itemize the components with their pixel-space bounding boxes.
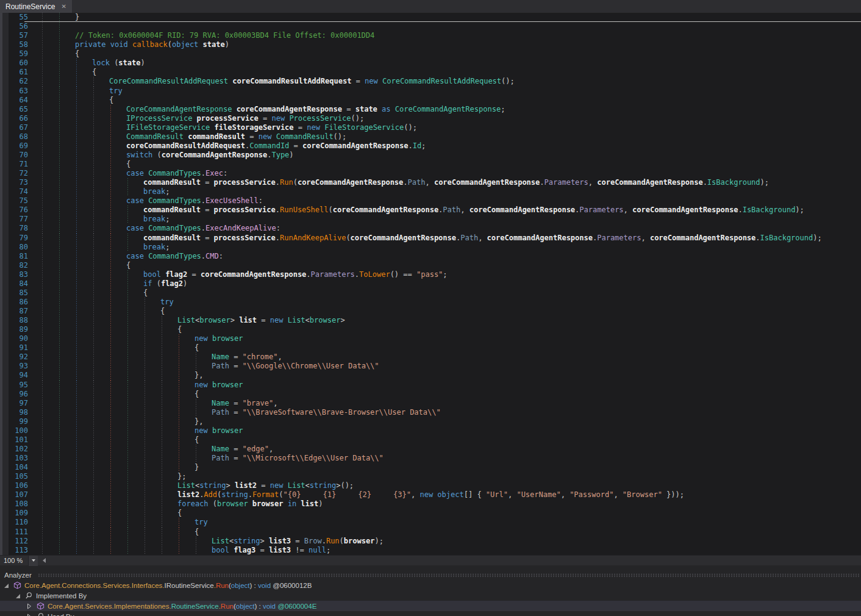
code-line[interactable]: 55}	[0, 13, 861, 22]
code-line[interactable]: 105};	[0, 472, 861, 481]
code-line[interactable]: 86try	[0, 298, 861, 307]
indent-guide	[93, 334, 94, 343]
indent-guide	[59, 279, 60, 288]
indent-guide	[76, 68, 77, 77]
scroll-left-arrow-icon[interactable]	[43, 558, 46, 563]
code-line[interactable]: 57// Token: 0x0600004F RID: 79 RVA: 0x00…	[0, 31, 861, 40]
code-line[interactable]: 74break;	[0, 187, 861, 196]
code-line[interactable]: 80break;	[0, 243, 861, 252]
code-line[interactable]: 83bool flag2 = coreCommandAgentResponse.…	[0, 270, 861, 279]
code-line[interactable]: 76commandResult = processService.RunUseS…	[0, 206, 861, 215]
code-line[interactable]: 90new browser	[0, 334, 861, 343]
code-line[interactable]: 96{	[0, 390, 861, 399]
indent-guide	[179, 343, 179, 353]
code-line[interactable]: 107list2.Add(string.Format("{0} {1} {2} …	[0, 490, 861, 500]
code-line[interactable]: 91{	[0, 343, 861, 353]
code-line[interactable]: 106List<string> list2 = new List<string>…	[0, 481, 861, 490]
code-line[interactable]: 58private void callback(object state)	[0, 40, 861, 49]
code-line[interactable]: 56	[0, 22, 861, 31]
indent-guide	[162, 390, 162, 399]
code-line[interactable]: 109{	[0, 509, 861, 518]
code-line[interactable]: 82{	[0, 261, 861, 270]
indent-guide	[93, 151, 94, 160]
code-line[interactable]: 113bool flag3 = list3 != null;	[0, 546, 861, 555]
code-line[interactable]: 60lock (state)	[0, 59, 861, 68]
analyzer-tree-row[interactable]: Implemented By	[0, 590, 861, 601]
indent-guide	[76, 371, 77, 380]
expander-expanded-icon[interactable]	[3, 582, 9, 589]
code-line[interactable]: 93Path = "\\Google\\Chrome\\User Data\\"	[0, 362, 861, 371]
indent-guide	[93, 362, 94, 371]
code-editor[interactable]: 55}5657// Token: 0x0600004F RID: 79 RVA:…	[0, 13, 861, 555]
code-line[interactable]: 66IProcessService processService = new P…	[0, 114, 861, 123]
zoom-dropdown-button[interactable]	[28, 556, 38, 566]
indent-guide	[76, 500, 77, 509]
tab-close-icon[interactable]: ✕	[61, 4, 66, 10]
decompiler-window: RoutineService ✕ 55}5657// Token: 0x0600…	[0, 0, 861, 616]
code-line[interactable]: 98Path = "\\BraveSoftware\\Brave-Browser…	[0, 408, 861, 417]
code-line[interactable]: 111{	[0, 528, 861, 537]
code-line[interactable]: 103Path = "\\Microsoft\\Edge\\User Data\…	[0, 454, 861, 463]
code-line[interactable]: 97Name = "brave",	[0, 399, 861, 408]
code-line[interactable]: 62CoreCommandResultAddRequest coreComman…	[0, 77, 861, 86]
indent-guide	[59, 49, 60, 59]
code-line[interactable]: 65CoreCommandAgentResponse coreCommandAg…	[0, 105, 861, 114]
code-line[interactable]: 100new browser	[0, 426, 861, 435]
code-line[interactable]: 72case CommandTypes.Exec:	[0, 169, 861, 178]
code-line[interactable]: 59{	[0, 49, 861, 59]
code-line[interactable]: 68CommandResult commandResult = new Comm…	[0, 132, 861, 141]
code-line[interactable]: 88List<browser> list = new List<browser>	[0, 316, 861, 325]
code-line[interactable]: 101{	[0, 435, 861, 445]
code-line[interactable]: 71{	[0, 160, 861, 169]
code-line[interactable]: 99},	[0, 417, 861, 426]
code-line[interactable]: 95new browser	[0, 381, 861, 390]
indent-guide	[42, 151, 43, 160]
indent-guide	[59, 261, 60, 270]
code-line[interactable]: 110try	[0, 518, 861, 527]
code-line[interactable]: 81case CommandTypes.CMD:	[0, 252, 861, 261]
analyzer-tree-row[interactable]: Used By	[0, 611, 861, 616]
code-line[interactable]: 61{	[0, 68, 861, 77]
indent-guide	[59, 454, 60, 463]
indent-guide	[42, 472, 43, 481]
code-line[interactable]: 92Name = "chrome",	[0, 353, 861, 362]
indent-guide	[76, 399, 77, 408]
indent-guide	[59, 160, 60, 169]
code-line[interactable]: 79commandResult = processService.RunAndK…	[0, 234, 861, 243]
code-line[interactable]: 104}	[0, 463, 861, 472]
indent-guide	[110, 481, 111, 490]
expander-collapsed-icon[interactable]	[26, 614, 32, 616]
code-line[interactable]: 85{	[0, 288, 861, 298]
code-line[interactable]: 84if (flag2)	[0, 279, 861, 288]
code-line[interactable]: 70switch (coreCommandAgentResponse.Type)	[0, 151, 861, 160]
code-line[interactable]: 87{	[0, 307, 861, 316]
code-line[interactable]: 89{	[0, 325, 861, 334]
code-line[interactable]: 112List<string> list3 = Brow.Run(browser…	[0, 537, 861, 546]
indent-guide	[76, 169, 77, 178]
analyzer-tree-row[interactable]: Core.Agent.Services.Implementationes.Rou…	[0, 601, 861, 611]
code-line[interactable]: 69coreCommandResultAddRequest.CommandId …	[0, 141, 861, 151]
code-line[interactable]: 108foreach (browser browser in list)	[0, 500, 861, 509]
zoom-level-value[interactable]: 100 %	[0, 557, 28, 564]
expander-expanded-icon[interactable]	[15, 593, 21, 599]
code-line[interactable]: 77break;	[0, 215, 861, 224]
code-line[interactable]: 63try	[0, 87, 861, 96]
code-line[interactable]: 64{	[0, 96, 861, 105]
indent-guide	[59, 371, 60, 380]
indent-guide	[42, 123, 43, 132]
expander-collapsed-icon[interactable]	[26, 603, 32, 609]
code-line[interactable]: 75case CommandTypes.ExecUseShell:	[0, 196, 861, 206]
indent-guide	[76, 243, 77, 252]
analyzer-title-bar[interactable]: Analyzer	[0, 570, 861, 580]
indent-guide	[179, 334, 179, 343]
code-line[interactable]: 73commandResult = processService.Run(cor…	[0, 178, 861, 187]
tab-routineservice[interactable]: RoutineService ✕	[0, 0, 72, 13]
analyzer-tree-row[interactable]: Core.Agent.Connections.Services.Interfac…	[0, 580, 861, 590]
indent-guide	[59, 325, 60, 334]
code-line[interactable]: 94},	[0, 371, 861, 380]
code-line[interactable]: 102Name = "edge",	[0, 445, 861, 454]
code-line[interactable]: 78case CommandTypes.ExecAndKeepAlive:	[0, 224, 861, 233]
indent-guide	[42, 261, 43, 270]
code-line[interactable]: 67IFileStorageService fileStorageService…	[0, 123, 861, 132]
indent-guide	[162, 490, 162, 500]
